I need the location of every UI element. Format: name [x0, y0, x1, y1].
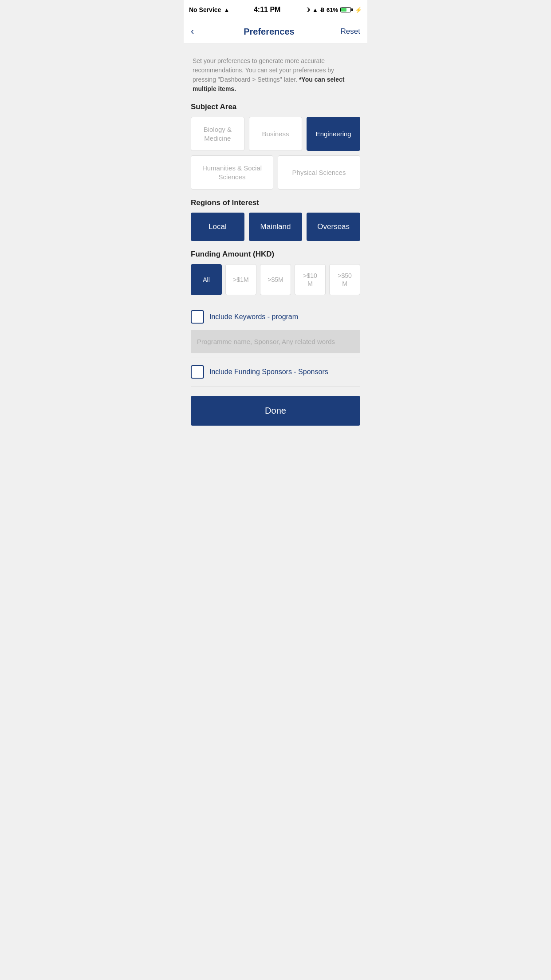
main-content: Set your preferences to generate more ac… — [184, 44, 367, 433]
done-button[interactable]: Done — [191, 396, 360, 426]
keywords-checkbox[interactable] — [191, 310, 204, 324]
funding-1m[interactable]: >$1M — [225, 264, 256, 295]
region-mainland[interactable]: Mainland — [249, 213, 303, 241]
status-left: No Service ▲ — [189, 6, 229, 13]
divider — [191, 357, 360, 357]
charging-icon: ⚡ — [355, 7, 362, 13]
location-icon: ▲ — [312, 7, 318, 13]
battery-percent: 61% — [327, 7, 338, 13]
regions-grid: Local Mainland Overseas — [191, 213, 360, 241]
back-button[interactable]: ‹ — [191, 24, 197, 39]
subject-business[interactable]: Business — [249, 117, 303, 151]
status-time: 4:11 PM — [254, 6, 280, 14]
funding-50m[interactable]: >$50M — [329, 264, 360, 295]
keywords-checkbox-row: Include Keywords - program — [191, 304, 360, 330]
sponsors-checkbox-row: Include Funding Sponsors - Sponsors — [191, 359, 360, 385]
regions-title: Regions of Interest — [191, 198, 360, 207]
reset-button[interactable]: Reset — [341, 27, 360, 36]
funding-10m[interactable]: >$10M — [295, 264, 326, 295]
bluetooth-icon: Ƀ — [320, 7, 324, 13]
keywords-label: Include Keywords - program — [209, 313, 298, 321]
status-bar: No Service ▲ 4:11 PM ☽ ▲ Ƀ 61% ⚡ — [184, 0, 367, 20]
funding-title: Funding Amount (HKD) — [191, 250, 360, 259]
nav-bar: ‹ Preferences Reset — [184, 20, 367, 44]
subject-biology[interactable]: Biology &Medicine — [191, 117, 244, 151]
wifi-icon: ▲ — [224, 7, 229, 13]
subject-area-title: Subject Area — [191, 103, 360, 111]
page-title: Preferences — [244, 27, 295, 37]
funding-all[interactable]: All — [191, 264, 222, 295]
battery-icon — [340, 7, 353, 12]
subject-engineering[interactable]: Engineering — [307, 117, 360, 151]
subject-humanities[interactable]: Humanities & Social Sciences — [191, 155, 273, 190]
region-local[interactable]: Local — [191, 213, 244, 241]
description-text: Set your preferences to generate more ac… — [193, 56, 358, 94]
subject-area-grid: Biology &Medicine Business Engineering H… — [191, 117, 360, 190]
sponsors-section: Include Funding Sponsors - Sponsors — [191, 359, 360, 385]
subject-physical-sciences[interactable]: Physical Sciences — [278, 155, 360, 190]
bottom-divider — [191, 387, 360, 387]
keywords-input[interactable] — [191, 330, 360, 353]
funding-section: Funding Amount (HKD) All >$1M >$5M >$10M… — [191, 250, 360, 295]
moon-icon: ☽ — [305, 7, 310, 13]
subject-area-section: Subject Area Biology &Medicine Business … — [191, 103, 360, 190]
keywords-section: Include Keywords - program — [191, 304, 360, 355]
sponsors-checkbox[interactable] — [191, 365, 204, 379]
funding-5m[interactable]: >$5M — [260, 264, 291, 295]
sponsors-label: Include Funding Sponsors - Sponsors — [209, 368, 328, 376]
funding-grid: All >$1M >$5M >$10M >$50M — [191, 264, 360, 295]
status-right: ☽ ▲ Ƀ 61% ⚡ — [305, 7, 362, 13]
carrier-text: No Service — [189, 6, 221, 13]
regions-section: Regions of Interest Local Mainland Overs… — [191, 198, 360, 241]
description-box: Set your preferences to generate more ac… — [191, 51, 360, 99]
region-overseas[interactable]: Overseas — [307, 213, 360, 241]
